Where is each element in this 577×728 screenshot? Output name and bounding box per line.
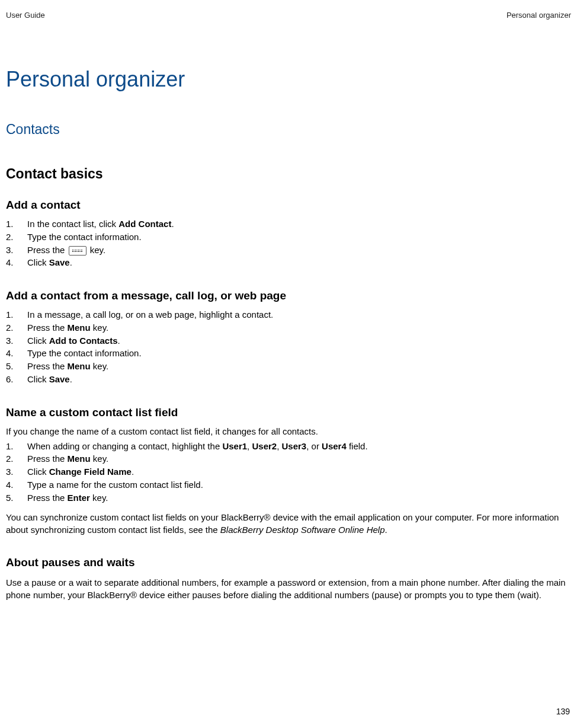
section-add-contact: Add a contact 1. In the contact list, cl… (6, 199, 571, 269)
step-number: 3. (6, 244, 19, 257)
list-item: 1. When adding or changing a contact, hi… (6, 440, 571, 453)
list-item: 2. Press the Menu key. (6, 321, 571, 334)
step-text: In a message, a call log, or on a web pa… (27, 308, 273, 321)
subsection-title-basics: Contact basics (6, 166, 571, 182)
step-number: 6. (6, 373, 19, 386)
heading-pauses: About pauses and waits (6, 556, 571, 569)
step-text: Click Change Field Name. (27, 465, 134, 478)
list-item: 2. Type the contact information. (6, 231, 571, 244)
step-text: Press the Menu key. (27, 321, 108, 334)
step-number: 2. (6, 321, 19, 334)
section-name-field: Name a custom contact list field If you … (6, 406, 571, 537)
step-text: Click Add to Contacts. (27, 334, 120, 347)
step-text: Click Save. (27, 373, 72, 386)
step-text: Press the key. (27, 244, 105, 257)
step-number: 1. (6, 440, 19, 453)
page-header: User Guide Personal organizer (6, 11, 571, 20)
step-number: 1. (6, 308, 19, 321)
step-number: 2. (6, 231, 19, 244)
list-item: 5. Press the Enter key. (6, 491, 571, 505)
step-text: In the contact list, click Add Contact. (27, 218, 174, 231)
step-number: 4. (6, 256, 19, 269)
heading-add-contact: Add a contact (6, 199, 571, 212)
step-text: Press the Menu key. (27, 360, 108, 373)
step-number: 3. (6, 465, 19, 478)
list-item: 1. In the contact list, click Add Contac… (6, 218, 571, 231)
list-item: 5. Press the Menu key. (6, 360, 571, 373)
header-right: Personal organizer (507, 11, 571, 20)
step-text: Type a name for the custom contact list … (27, 478, 203, 491)
step-text: Press the Enter key. (27, 491, 108, 505)
step-number: 2. (6, 452, 19, 465)
list-item: 6. Click Save. (6, 373, 571, 386)
steps-add-contact: 1. In the contact list, click Add Contac… (6, 218, 571, 269)
page-number: 139 (556, 707, 570, 716)
list-item: 4. Type a name for the custom contact li… (6, 478, 571, 491)
section-title-contacts: Contacts (6, 122, 571, 138)
step-text: Type the contact information. (27, 347, 142, 360)
steps-name-field: 1. When adding or changing a contact, hi… (6, 440, 571, 505)
list-item: 3. Press the key. (6, 244, 571, 257)
section-add-from-message: Add a contact from a message, call log, … (6, 289, 571, 386)
para-pauses: Use a pause or a wait to separate additi… (6, 576, 571, 601)
step-number: 4. (6, 347, 19, 360)
menu-key-icon (69, 246, 86, 256)
list-item: 4. Click Save. (6, 256, 571, 269)
header-left: User Guide (6, 11, 45, 20)
intro-name-field: If you change the name of a custom conta… (6, 425, 571, 438)
step-text: Click Save. (27, 256, 72, 269)
step-text: Type the contact information. (27, 231, 142, 244)
step-number: 4. (6, 478, 19, 491)
section-pauses: About pauses and waits Use a pause or a … (6, 556, 571, 601)
step-text: Press the Menu key. (27, 452, 108, 465)
list-item: 1. In a message, a call log, or on a web… (6, 308, 571, 321)
heading-add-from-message: Add a contact from a message, call log, … (6, 289, 571, 302)
list-item: 3. Click Change Field Name. (6, 465, 571, 478)
step-number: 5. (6, 360, 19, 373)
steps-add-from-message: 1. In a message, a call log, or on a web… (6, 308, 571, 386)
step-number: 5. (6, 491, 19, 505)
step-number: 3. (6, 334, 19, 347)
list-item: 4. Type the contact information. (6, 347, 571, 360)
step-text: When adding or changing a contact, highl… (27, 440, 368, 453)
step-number: 1. (6, 218, 19, 231)
list-item: 2. Press the Menu key. (6, 452, 571, 465)
page-title: Personal organizer (6, 67, 571, 92)
list-item: 3. Click Add to Contacts. (6, 334, 571, 347)
outro-name-field: You can synchronize custom contact list … (6, 511, 571, 536)
heading-name-field: Name a custom contact list field (6, 406, 571, 419)
